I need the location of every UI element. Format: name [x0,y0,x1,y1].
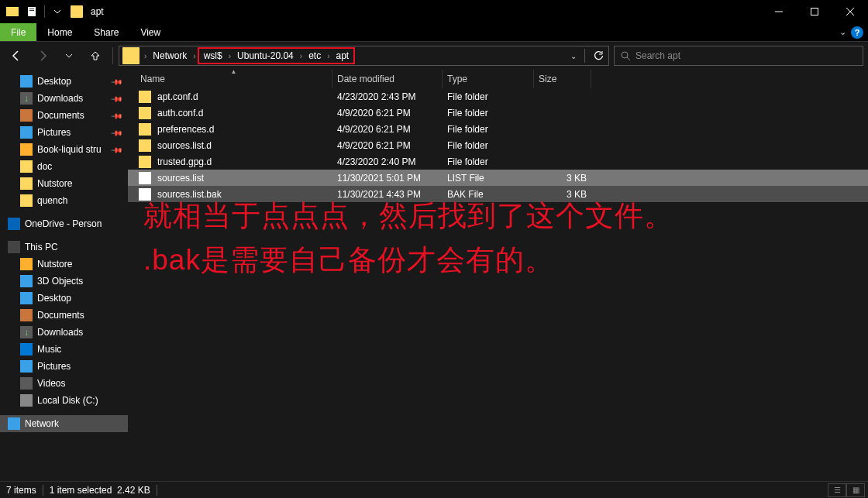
ico-cloud-icon [8,218,20,230]
sidebar-item-label: This PC [25,242,58,252]
file-row[interactable]: sources.list11/30/2021 5:01 PMLIST File3… [128,170,868,186]
address-bar[interactable]: › Network › wsl$ › Ubuntu-20.04 › etc › … [119,46,609,66]
file-row[interactable]: sources.list.d4/9/2020 6:21 PMFile folde… [128,137,868,153]
tab-view[interactable]: View [129,23,171,41]
file-icon [139,172,151,184]
chevron-right-icon[interactable]: › [227,52,232,60]
col-date[interactable]: Date modified [332,70,443,88]
col-type[interactable]: Type [443,70,534,88]
sidebar-item-label: Nutstore [37,178,72,189]
sidebar-item[interactable]: OneDrive - Person [0,215,128,232]
sidebar-item-label: Book-liquid stru [37,144,102,155]
sidebar-item[interactable]: Network [0,415,128,432]
crumb-etc[interactable]: etc [304,49,326,63]
sidebar-item[interactable]: This PC [0,239,128,256]
minimize-button[interactable] [761,0,797,23]
addr-dropdown-icon[interactable]: ⌄ [570,52,577,60]
folder-icon [4,3,21,20]
sort-asc-icon: ▲ [231,68,237,75]
sidebar-item[interactable]: 3D Objects [0,273,128,290]
forward-button[interactable] [31,45,54,67]
file-icon [139,123,151,136]
sidebar-item[interactable]: Pictures [0,358,128,375]
col-name[interactable]: ▲Name [136,70,332,88]
recent-dropdown[interactable] [57,45,81,67]
window-folder-icon [71,5,83,18]
svg-point-8 [622,52,628,58]
properties-icon[interactable] [23,3,40,20]
sidebar-item[interactable]: Documents📌 [0,107,128,124]
sidebar-item-label: Pictures [37,127,71,138]
file-name: sources.list.d [157,140,337,151]
sidebar-item[interactable]: Book-liquid stru📌 [0,141,128,158]
back-button[interactable] [5,45,28,67]
tab-file[interactable]: File [0,23,36,41]
ico-doc-icon [20,109,33,122]
sidebar-item[interactable]: Nutstore [0,256,128,273]
qat-dropdown-icon[interactable] [49,3,66,20]
refresh-icon[interactable] [593,50,604,61]
status-count: 7 items [6,485,36,496]
file-row[interactable]: apt.conf.d4/23/2020 2:43 PMFile folder [128,88,868,105]
svg-rect-2 [29,9,34,9]
sidebar-item[interactable]: Nutstore [0,175,128,192]
sidebar-item[interactable]: Videos [0,375,128,392]
sidebar-item[interactable]: Desktop📌 [0,73,128,90]
tab-share[interactable]: Share [83,23,129,41]
sidebar-item[interactable]: Documents [0,307,128,324]
sidebar-item-label: Videos [37,378,65,389]
file-row[interactable]: trusted.gpg.d4/23/2020 2:40 PMFile folde… [128,153,868,170]
annotation-text: 就相当于点点点，然后找到了这个文件。 .bak是需要自己备份才会有的。 [143,194,673,283]
file-row[interactable]: auth.conf.d4/9/2020 6:21 PMFile folder [128,105,868,121]
file-date: 4/23/2020 2:40 PM [337,156,447,167]
search-box[interactable] [614,46,863,66]
up-button[interactable] [84,45,107,67]
ico-down-icon [20,92,33,105]
chevron-right-icon[interactable]: › [191,52,197,60]
file-row[interactable]: preferences.d4/9/2020 6:21 PMFile folder [128,121,868,137]
sidebar-item[interactable]: Local Disk (C:) [0,392,128,409]
sidebar-item[interactable]: doc [0,158,128,175]
sidebar-item-label: Network [25,418,59,429]
chevron-right-icon[interactable]: › [326,52,331,60]
sidebar-item-label: Nutstore [37,259,72,270]
ico-folder-icon [20,160,33,173]
svg-rect-3 [29,10,34,11]
view-details-button[interactable]: ☰ [828,483,846,497]
sidebar-item-label: Downloads [37,93,83,104]
sidebar-item[interactable]: Downloads📌 [0,90,128,107]
file-date: 4/9/2020 6:21 PM [337,108,447,118]
sidebar-item[interactable]: quench [0,192,128,209]
sidebar-item-label: Documents [37,310,84,321]
status-bar: 7 items 1 item selected 2.42 KB ☰ ▦ [0,481,868,498]
tab-home[interactable]: Home [36,23,83,41]
crumb-network[interactable]: Network [148,46,191,65]
sidebar-item[interactable]: Pictures📌 [0,124,128,141]
sidebar: Desktop📌Downloads📌Documents📌Pictures📌Boo… [0,70,128,485]
file-type: File folder [447,108,539,118]
chevron-right-icon[interactable]: › [143,52,148,60]
file-date: 4/9/2020 6:21 PM [337,140,447,151]
col-size[interactable]: Size [534,70,591,88]
file-icon [139,156,151,168]
crumb-ubuntu[interactable]: Ubuntu-20.04 [232,49,298,63]
pin-icon: 📌 [111,75,123,88]
ribbon-expand-icon[interactable]: ⌄ [839,27,846,37]
maximize-button[interactable] [797,0,832,23]
crumb-wsl[interactable]: wsl$ [199,49,227,63]
breadcrumb-highlight: wsl$ › Ubuntu-20.04 › etc › apt [198,47,355,64]
crumb-apt[interactable]: apt [332,49,354,63]
sidebar-item[interactable]: Downloads [0,324,128,341]
chevron-right-icon[interactable]: › [298,52,304,60]
sidebar-item[interactable]: Music [0,341,128,358]
status-size: 2.42 KB [117,485,150,496]
view-thumbnails-button[interactable]: ▦ [846,483,865,497]
svg-rect-0 [6,7,19,16]
pin-icon: 📌 [111,143,123,156]
sidebar-item[interactable]: Desktop [0,290,128,307]
search-input[interactable] [636,50,856,61]
ribbon: File Home Share View ⌄ ? [0,23,868,42]
help-icon[interactable]: ? [851,26,863,39]
file-type: File folder [447,156,539,167]
close-button[interactable] [832,0,868,23]
